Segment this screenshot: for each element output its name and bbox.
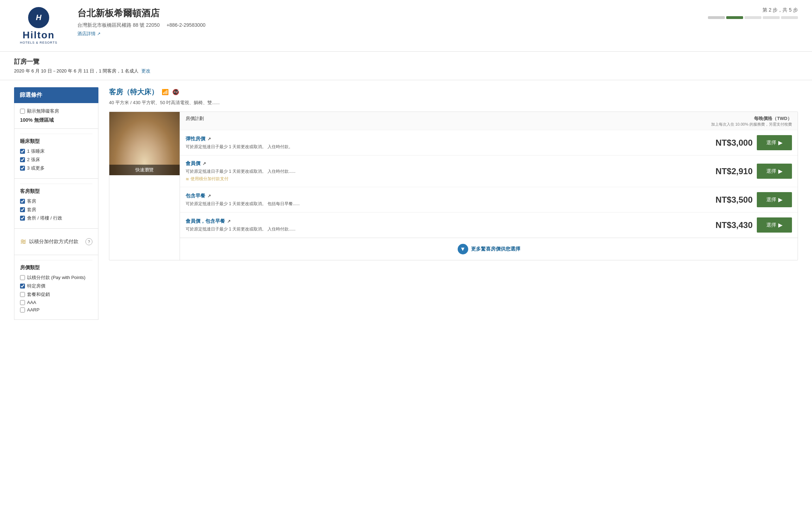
price-type-points-checkbox[interactable]: [20, 275, 25, 280]
points-badge-member: ≋ 使用積分加付款支付: [186, 176, 699, 182]
select-chevron-member: ▶: [778, 168, 782, 175]
rate-desc-breakfast: 可於原定抵達日子最少 1 天前更改或取消。 包括每日早餐......: [186, 201, 699, 207]
per-night-label: 每晚價格（TWD）: [711, 115, 792, 122]
sidebar-price-type: 房價類型 以積分付款 (Pay with Points) 特定房價 套餐和促銷 …: [14, 255, 98, 320]
change-booking-link[interactable]: 更改: [141, 68, 150, 74]
rate-price-flexible: NT$3,000: [703, 138, 753, 148]
booking-dates: 2020 年 6 月 10 日－2020 年 6 月 11 日，1 間客房，1 …: [14, 68, 798, 74]
room-type-club-checkbox[interactable]: [20, 216, 25, 221]
rate-link-icon-member: ↗: [202, 161, 206, 166]
price-type-package-checkbox[interactable]: [20, 292, 25, 297]
sidebar-title: 篩選條件: [14, 87, 98, 103]
bed-type-2-checkbox[interactable]: [20, 157, 25, 162]
rate-name-breakfast[interactable]: 包含早餐 ↗: [186, 193, 699, 199]
tax-note: 加上每次入住 10.00% 的服務費，另需支付稅費: [711, 122, 792, 127]
room-type-club[interactable]: 會所 / 塔樓 / 行政: [20, 215, 92, 221]
main-content: 篩選條件 顯示無障礙客房 100% 無煙區域 睡床類型 1 張睡床 2 張床 3…: [0, 80, 812, 327]
rate-link-icon-breakfast: ↗: [207, 194, 211, 198]
rate-info-member: 會員價 ↗ 可於原定抵達日子最少 1 天前更改或取消。 入住時付款...... …: [186, 160, 699, 182]
price-type-specific-label: 特定房價: [27, 283, 45, 289]
accessible-rooms-checkbox[interactable]: [20, 109, 25, 114]
bed-type-heading: 睡床類型: [20, 134, 92, 145]
select-btn-breakfast-label: 選擇: [766, 197, 776, 203]
points-pay-row: ≋ 以積分加付款方式付款 ?: [20, 234, 92, 250]
bed-type-1-checkbox[interactable]: [20, 149, 25, 154]
hotel-address: 台灣新北市板橋區民權路 88 號 22050 +886-2-29583000: [77, 22, 707, 28]
step-3: [745, 16, 761, 19]
price-type-package-label: 套餐和促銷: [27, 291, 50, 298]
price-type-specific-checkbox[interactable]: [20, 284, 25, 289]
bed-type-3-checkbox[interactable]: [20, 166, 25, 171]
rate-name-flexible[interactable]: 彈性房價 ↗: [186, 136, 699, 142]
rate-desc-flexible: 可於原定抵達日子最少 1 天前更改或取消。 入住時付款。: [186, 144, 699, 150]
pricing-header: 房價計劃 每晚價格（TWD） 加上每次入住 10.00% 的服務費，另需支付稅費: [180, 112, 798, 130]
rate-info-flexible: 彈性房價 ↗ 可於原定抵達日子最少 1 天前更改或取消。 入住時付款。: [186, 136, 699, 150]
room-pricing-panel: 房價計劃 每晚價格（TWD） 加上每次入住 10.00% 的服務費，另需支付稅費…: [180, 112, 798, 260]
hilton-logo-circle: H: [28, 7, 49, 28]
price-type-aarp[interactable]: AARP: [20, 307, 92, 312]
room-type-standard-checkbox[interactable]: [20, 199, 25, 204]
rate-desc-member: 可於原定抵達日子最少 1 天前更改或取消。 入住時付款......: [186, 168, 699, 175]
room-title-link[interactable]: 客房（特大床）: [109, 87, 158, 97]
select-btn-breakfast[interactable]: 選擇 ▶: [757, 192, 792, 207]
price-type-specific[interactable]: 特定房價: [20, 283, 92, 289]
rate-name-flexible-text: 彈性房價: [186, 136, 205, 142]
rate-name-member[interactable]: 會員價 ↗: [186, 160, 699, 167]
bed-type-2[interactable]: 2 張床: [20, 157, 92, 163]
pricing-plan-label: 房價計劃: [186, 115, 711, 122]
rate-price-breakfast: NT$3,500: [703, 195, 753, 205]
more-rates-expand-button[interactable]: ▼: [458, 244, 468, 254]
select-btn-member[interactable]: 選擇 ▶: [757, 164, 792, 179]
step-5: [781, 16, 798, 19]
points-icon: ≋: [20, 237, 26, 246]
room-type-standard[interactable]: 客房: [20, 198, 92, 204]
price-type-aarp-checkbox[interactable]: [20, 308, 25, 312]
hotel-address-text: 台灣新北市板橋區民權路 88 號 22050: [77, 22, 160, 28]
more-rates-row[interactable]: ▼ 更多驚喜房價供您選擇: [180, 238, 798, 260]
points-help-button[interactable]: ?: [85, 238, 92, 245]
select-btn-member-breakfast-label: 選擇: [766, 222, 776, 228]
no-smoke-label: 100% 無煙區域: [20, 117, 92, 124]
room-image-row: 快速瀏覽 房價計劃 每晚價格（TWD） 加上每次入住 10.00% 的服務費，另…: [109, 112, 798, 260]
bed-type-2-label: 2 張床: [27, 157, 40, 163]
room-section-header: 客房（特大床） 📶 🚭: [109, 87, 798, 97]
price-type-package[interactable]: 套餐和促銷: [20, 291, 92, 298]
bed-type-1[interactable]: 1 張睡床: [20, 148, 92, 154]
price-type-points[interactable]: 以積分付款 (Pay with Points): [20, 274, 92, 281]
room-type-suite[interactable]: 套房: [20, 207, 92, 213]
rate-desc-member-breakfast: 可於原定抵達日子最少 1 天前更改或取消。 入住時付款......: [186, 226, 699, 232]
step-bar: [707, 16, 798, 19]
rate-link-icon-flexible: ↗: [207, 137, 211, 141]
price-type-aaa[interactable]: AAA: [20, 300, 92, 305]
rate-link-icon-member-breakfast: ↗: [227, 219, 231, 224]
room-type-suite-checkbox[interactable]: [20, 207, 25, 212]
room-type-club-label: 會所 / 塔樓 / 行政: [27, 215, 62, 221]
more-rates-link[interactable]: 更多驚喜房價供您選擇: [471, 246, 520, 252]
booking-title: 訂房一覽: [14, 57, 798, 66]
select-btn-flexible[interactable]: 選擇 ▶: [757, 135, 792, 150]
accessible-rooms-filter[interactable]: 顯示無障礙客房: [20, 108, 92, 114]
rate-row-member: 會員價 ↗ 可於原定抵達日子最少 1 天前更改或取消。 入住時付款...... …: [180, 156, 798, 187]
hilton-logo-name: Hilton: [22, 30, 54, 41]
select-btn-member-breakfast[interactable]: 選擇 ▶: [757, 217, 792, 233]
select-btn-member-label: 選擇: [766, 168, 776, 175]
hotel-logo: H Hilton HOTELS & RESORTS: [14, 7, 63, 44]
price-type-heading: 房價類型: [20, 260, 92, 271]
rate-name-member-breakfast[interactable]: 會員價，包含早餐 ↗: [186, 218, 699, 224]
sidebar-points: ≋ 以積分加付款方式付款 ?: [14, 229, 98, 255]
bed-type-1-label: 1 張睡床: [27, 148, 45, 154]
booking-summary-bar: 訂房一覽 2020 年 6 月 10 日－2020 年 6 月 11 日，1 間…: [0, 52, 812, 80]
rate-row-member-breakfast: 會員價，包含早餐 ↗ 可於原定抵達日子最少 1 天前更改或取消。 入住時付款..…: [180, 213, 798, 238]
rate-price-member-breakfast: NT$3,430: [703, 220, 753, 230]
bed-type-3[interactable]: 3 或更多: [20, 165, 92, 171]
quick-browse-label: 快速瀏覽: [109, 165, 180, 175]
hilton-logo-letter: H: [36, 13, 41, 22]
hotel-detail-link[interactable]: 酒店詳情 ↗: [77, 31, 707, 37]
points-badge-icon: ≋: [186, 177, 189, 182]
points-label: 以積分加付款方式付款: [29, 239, 78, 245]
sidebar-accessible: 顯示無障礙客房 100% 無煙區域: [14, 103, 98, 129]
hotel-phone: +886-2-29583000: [167, 22, 206, 28]
external-link-icon: ↗: [97, 31, 101, 36]
rate-info-member-breakfast: 會員價，包含早餐 ↗ 可於原定抵達日子最少 1 天前更改或取消。 入住時付款..…: [186, 218, 699, 232]
price-type-aaa-checkbox[interactable]: [20, 300, 25, 305]
